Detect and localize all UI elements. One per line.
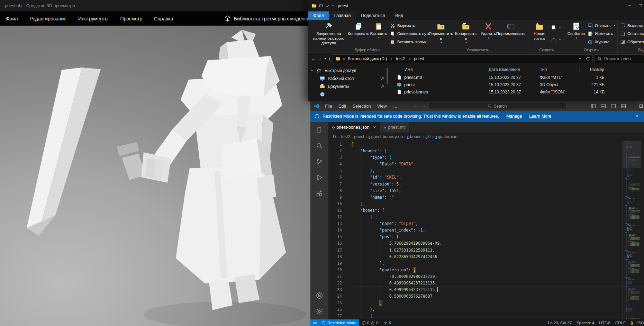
- breadcrumb-quaternion[interactable]: quaternion: [438, 134, 457, 139]
- paste-button[interactable]: Вставить▼: [369, 20, 389, 47]
- minimize-button[interactable]: [628, 6, 631, 6]
- account-icon[interactable]: [310, 288, 328, 304]
- line-number[interactable]: 2: [328, 148, 351, 154]
- line-number[interactable]: 26: [328, 306, 351, 313]
- cut-button[interactable]: Вырезать: [390, 22, 430, 29]
- settings-gear-icon[interactable]: [310, 304, 328, 319]
- line-number[interactable]: 14: [328, 227, 351, 234]
- file-row-priest-mtl[interactable]: priest.mtl 15.10.2023 20:37 Файл "MTL" 1…: [389, 74, 644, 81]
- source-control-activity-icon[interactable]: [310, 154, 328, 170]
- line-number[interactable]: 25: [328, 300, 351, 306]
- priest-3d-model[interactable]: [0, 26, 310, 326]
- code-line[interactable]: "name": "bip01",: [351, 220, 644, 227]
- command-center-search[interactable]: Search: [428, 103, 566, 109]
- toggle-panel-icon[interactable]: [601, 103, 606, 109]
- history-back-icon[interactable]: ←: [413, 103, 417, 109]
- select-none-button[interactable]: Снять выделение: [620, 30, 644, 37]
- code-line[interactable]: "Data": "DATA": [351, 161, 644, 167]
- 3d-library-button[interactable]: Библиотека трехмерных моделей: [224, 15, 310, 22]
- code-line[interactable]: },: [351, 306, 644, 313]
- sidebar-scrollbar[interactable]: [387, 68, 388, 84]
- encoding-status[interactable]: UTF-8: [597, 321, 613, 325]
- code-line[interactable]: "header": {: [351, 148, 644, 154]
- sidebar-item-documents[interactable]: Документы: [308, 82, 389, 90]
- line-number[interactable]: 5: [328, 167, 351, 174]
- manage-link[interactable]: Manage: [506, 114, 522, 119]
- code-line[interactable]: -0.5000002980232239,: [351, 273, 644, 280]
- line-number[interactable]: 24: [328, 293, 351, 300]
- address-overflow-icon[interactable]: «: [343, 56, 345, 61]
- run-debug-activity-icon[interactable]: [310, 170, 328, 185]
- quick-access-toolbar-chevron-icon[interactable]: [332, 4, 334, 6]
- tab-share[interactable]: Поделиться: [356, 11, 390, 20]
- language-mode-status[interactable]: {} JSON: [628, 321, 644, 325]
- expand-chevron-icon[interactable]: [311, 69, 314, 71]
- code-line[interactable]: 5.786629841963986e-09,: [351, 240, 644, 247]
- line-number[interactable]: 15: [328, 234, 351, 240]
- line-number[interactable]: 20: [328, 267, 351, 273]
- line-number[interactable]: 22: [328, 280, 351, 287]
- breadcrumb-0[interactable]: 0: [428, 134, 431, 139]
- menu-view[interactable]: View: [374, 103, 390, 109]
- customize-layout-icon[interactable]: [621, 103, 626, 109]
- line-number[interactable]: 3: [328, 154, 351, 161]
- history-forward-icon[interactable]: →: [421, 103, 426, 109]
- viewer-menu-view[interactable]: Просмотр: [114, 16, 148, 21]
- copy-button[interactable]: Копировать: [348, 20, 369, 47]
- file-row-priest[interactable]: priest 15.10.2023 20:37 3D Object 221 КБ: [389, 81, 644, 88]
- quick-toolbar-icon[interactable]: [326, 4, 330, 8]
- open-button[interactable]: Открыть▼: [588, 22, 615, 29]
- quick-toolbar-icon[interactable]: [319, 4, 323, 8]
- toggle-sidebar-icon[interactable]: [591, 103, 596, 109]
- code-line[interactable]: },: [351, 201, 644, 207]
- sidebar-item-partial[interactable]: [308, 90, 389, 98]
- tab-home[interactable]: Главная: [329, 11, 356, 20]
- line-number[interactable]: 21: [328, 273, 351, 280]
- pin-to-quick-access-button[interactable]: Закрепить на панели быстрого доступа: [309, 20, 348, 47]
- sidebar-item-quick-access[interactable]: Быстрый доступ: [308, 66, 389, 74]
- menu-selection[interactable]: Selection: [349, 103, 374, 109]
- viewer-menu-help[interactable]: Справка: [148, 16, 179, 21]
- sidebar-item-desktop[interactable]: Рабочий стол: [308, 74, 389, 82]
- breadcrumb-test2[interactable]: test2: [341, 134, 350, 139]
- viewer-menu-file[interactable]: Файл: [0, 16, 24, 21]
- recent-locations-chevron-icon[interactable]: ▼: [324, 57, 327, 60]
- new-item-button[interactable]: ▼: [551, 24, 561, 31]
- line-number[interactable]: 23: [328, 287, 351, 293]
- refresh-icon[interactable]: [586, 57, 590, 61]
- line-number[interactable]: 6: [328, 174, 351, 181]
- explorer-activity-icon[interactable]: [310, 122, 328, 138]
- line-number[interactable]: 1: [328, 141, 351, 148]
- code-line[interactable]: "id": "SKEL",: [351, 174, 644, 181]
- breadcrumb-priest[interactable]: priest: [354, 134, 364, 139]
- close-tab-icon[interactable]: ×: [373, 125, 376, 130]
- select-all-button[interactable]: Выделить все: [620, 22, 644, 29]
- copy-path-button[interactable]: Скопировать путь: [390, 30, 430, 37]
- address-bar[interactable]: « Локальный диск (D:) › test2 › priest ▼: [333, 54, 593, 63]
- code-line[interactable]: 0.022865934297442436: [351, 254, 644, 260]
- code-line[interactable]: {: [351, 313, 644, 319]
- rename-button[interactable]: Переименовать: [498, 20, 523, 47]
- column-header-name[interactable]: Имя: [389, 66, 485, 72]
- remote-indicator[interactable]: ><: [310, 319, 319, 326]
- address-crumb-test2[interactable]: test2: [395, 56, 406, 61]
- file-row-priest-bones[interactable]: {} priest-bones 15.10.2023 20:37 Файл "J…: [389, 88, 644, 96]
- code-line[interactable]: 0.49999964237213135,: [351, 280, 644, 287]
- tab-file[interactable]: Файл: [308, 11, 329, 20]
- line-number[interactable]: 16: [328, 240, 351, 247]
- move-to-button[interactable]: Переместить в▼: [428, 20, 453, 47]
- code-line[interactable]: 0.49999964237213135,: [351, 287, 644, 293]
- code-line[interactable]: ],: [351, 260, 644, 267]
- code-line[interactable]: "size": 1551,: [351, 188, 644, 194]
- vscode-titlebar[interactable]: File Edit Selection View … ← → Search: [310, 101, 644, 111]
- maximize-button[interactable]: [639, 4, 642, 7]
- minimize-button[interactable]: [627, 106, 631, 106]
- code-line[interactable]: "bones": [: [351, 207, 644, 214]
- ports-status[interactable]: 0: [381, 321, 393, 325]
- address-dropdown-chevron-icon[interactable]: ▼: [578, 57, 582, 60]
- cursor-position-status[interactable]: Ln 23, Col 37: [546, 321, 574, 325]
- line-number[interactable]: 13: [328, 220, 351, 227]
- menu-overflow[interactable]: …: [390, 103, 401, 109]
- line-number[interactable]: 27: [328, 313, 351, 319]
- address-crumb-priest[interactable]: priest: [413, 56, 425, 61]
